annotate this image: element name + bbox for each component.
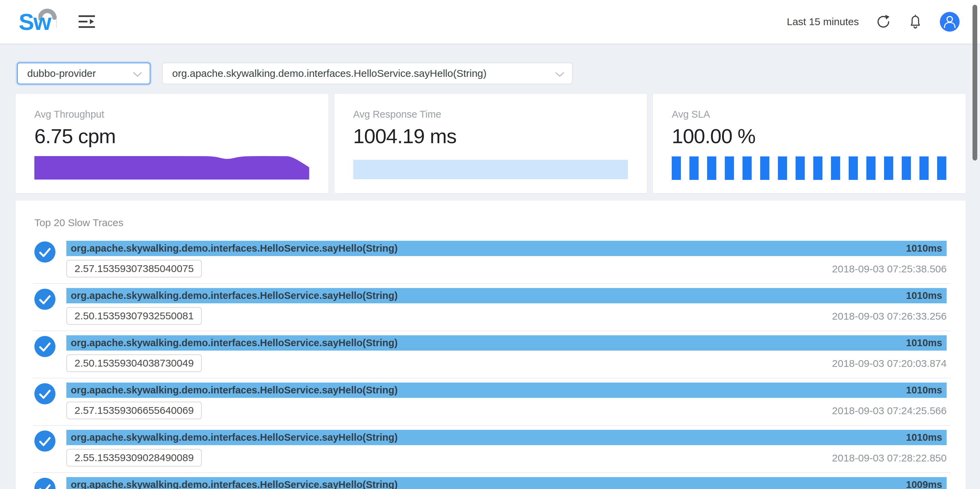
card-avg-throughput: Avg Throughput 6.75 cpm — [16, 94, 328, 193]
metric-cards-row: Avg Throughput 6.75 cpm Avg Response Tim… — [16, 94, 966, 193]
check-icon — [34, 241, 56, 262]
trace-success-badge — [34, 241, 56, 262]
traces-title: Top 20 Slow Traces — [34, 217, 966, 229]
trace-endpoint: org.apache.skywalking.demo.interfaces.He… — [71, 432, 398, 443]
refresh-icon — [876, 14, 891, 29]
trace-bar[interactable]: org.apache.skywalking.demo.interfaces.He… — [66, 288, 947, 303]
trace-timestamp: 2018-09-03 07:25:38.506 — [832, 263, 947, 275]
menu-unfold-icon — [79, 14, 96, 30]
throughput-area-chart — [34, 156, 309, 179]
refresh-button[interactable] — [876, 14, 891, 29]
trace-duration: 1010ms — [906, 432, 942, 443]
card-value: 1004.19 ms — [353, 124, 457, 148]
app-header: Sw Last 15 minutes — [0, 0, 980, 43]
traces-panel: Top 20 Slow Traces org.apache.skywalking… — [16, 201, 966, 489]
trace-endpoint: org.apache.skywalking.demo.interfaces.He… — [71, 337, 398, 349]
trace-endpoint: org.apache.skywalking.demo.interfaces.He… — [71, 290, 398, 301]
trace-row: org.apache.skywalking.demo.interfaces.He… — [16, 425, 966, 472]
endpoint-select-value: org.apache.skywalking.demo.interfaces.He… — [172, 68, 487, 79]
check-icon — [34, 336, 56, 357]
trace-duration: 1010ms — [906, 384, 942, 396]
trace-row: org.apache.skywalking.demo.interfaces.He… — [16, 472, 966, 489]
menu-unfold-button[interactable] — [79, 14, 96, 30]
logo-text: Sw — [19, 9, 51, 35]
response-time-area-chart — [353, 160, 628, 179]
trace-duration: 1010ms — [906, 337, 942, 349]
service-select[interactable]: dubbo-provider — [17, 63, 150, 84]
trace-bar[interactable]: org.apache.skywalking.demo.interfaces.He… — [66, 241, 947, 256]
trace-success-badge — [34, 289, 56, 310]
trace-duration: 1009ms — [906, 479, 942, 489]
trace-success-badge — [34, 478, 56, 489]
trace-timestamp: 2018-09-03 07:24:25.566 — [832, 405, 947, 417]
trace-bar[interactable]: org.apache.skywalking.demo.interfaces.He… — [66, 430, 947, 445]
chevron-down-icon — [555, 72, 565, 77]
trace-id-pill: 2.57.15359307385040075 — [66, 260, 202, 278]
trace-endpoint: org.apache.skywalking.demo.interfaces.He… — [71, 479, 398, 489]
trace-id-pill: 2.57.15359306655640069 — [66, 402, 202, 419]
page-scrollbar-thumb[interactable] — [972, 5, 977, 160]
trace-row: org.apache.skywalking.demo.interfaces.He… — [16, 283, 966, 330]
user-avatar[interactable] — [940, 12, 959, 32]
trace-bar[interactable]: org.apache.skywalking.demo.interfaces.He… — [66, 383, 947, 398]
trace-success-badge — [34, 383, 56, 404]
trace-id-pill: 2.50.15359304038730049 — [66, 354, 202, 372]
trace-row: org.apache.skywalking.demo.interfaces.He… — [16, 330, 966, 378]
trace-success-badge — [34, 430, 56, 452]
trace-id-pill: 2.50.15359307932550081 — [66, 307, 202, 325]
notifications-button[interactable] — [908, 14, 923, 30]
trace-list: org.apache.skywalking.demo.interfaces.He… — [16, 236, 966, 489]
filter-row: dubbo-provider org.apache.skywalking.dem… — [17, 63, 966, 84]
header-right: Last 15 minutes — [787, 0, 959, 43]
card-value: 6.75 cpm — [34, 124, 116, 148]
trace-bar[interactable]: org.apache.skywalking.demo.interfaces.He… — [66, 335, 947, 351]
person-icon — [940, 12, 959, 32]
trace-success-badge — [34, 336, 56, 357]
trace-duration: 1010ms — [906, 290, 942, 301]
skywalking-logo[interactable]: Sw — [19, 10, 51, 33]
trace-timestamp: 2018-09-03 07:20:03.874 — [832, 358, 947, 369]
trace-bar[interactable]: org.apache.skywalking.demo.interfaces.He… — [66, 477, 947, 489]
bell-icon — [908, 14, 923, 30]
service-select-value: dubbo-provider — [27, 68, 96, 79]
endpoint-select[interactable]: org.apache.skywalking.demo.interfaces.He… — [162, 63, 573, 84]
trace-row: org.apache.skywalking.demo.interfaces.He… — [16, 378, 966, 425]
check-icon — [34, 383, 56, 404]
trace-endpoint: org.apache.skywalking.demo.interfaces.He… — [71, 243, 398, 254]
trace-timestamp: 2018-09-03 07:26:33.256 — [832, 310, 947, 322]
check-icon — [34, 430, 56, 452]
header-left: Sw — [19, 0, 96, 43]
card-label: Avg Throughput — [34, 109, 104, 120]
card-value: 100.00 % — [672, 124, 756, 148]
check-icon — [34, 289, 56, 310]
trace-timestamp: 2018-09-03 07:28:22.850 — [832, 452, 947, 464]
trace-id-pill: 2.55.15359309028490089 — [66, 449, 202, 467]
trace-row: org.apache.skywalking.demo.interfaces.He… — [16, 236, 966, 283]
card-label: Avg SLA — [672, 109, 710, 120]
sla-bar-chart — [672, 156, 947, 180]
time-range-label[interactable]: Last 15 minutes — [787, 16, 859, 27]
trace-endpoint: org.apache.skywalking.demo.interfaces.He… — [71, 384, 398, 396]
trace-duration: 1010ms — [906, 243, 942, 254]
check-icon — [34, 478, 56, 489]
card-label: Avg Response Time — [353, 109, 441, 120]
card-avg-sla: Avg SLA 100.00 % — [653, 94, 966, 193]
chevron-down-icon — [133, 72, 142, 77]
card-avg-response-time: Avg Response Time 1004.19 ms — [334, 94, 647, 193]
